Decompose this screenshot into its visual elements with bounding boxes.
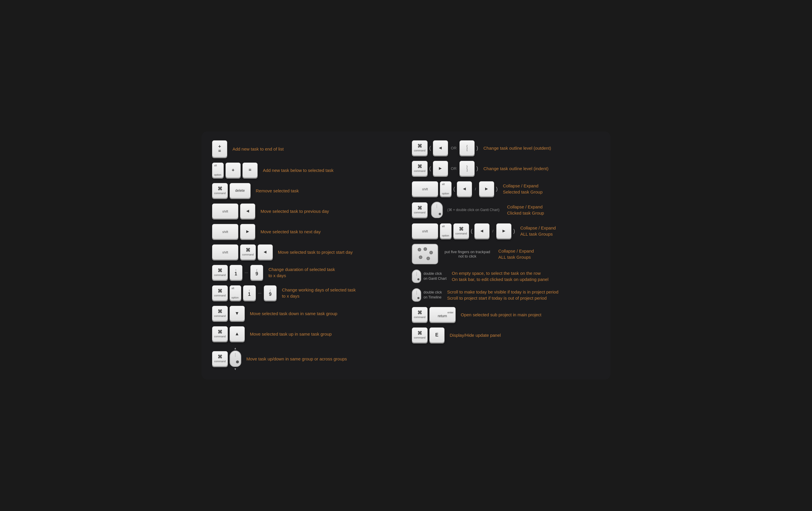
mouse-icon-gantt — [412, 270, 421, 283]
trackpad-extra-text: put five fingers on trackpadnot to click — [444, 250, 490, 259]
key-cmd-collapse-all: ⌘ command — [453, 223, 469, 239]
key-left-arrow-start: ◄ — [258, 244, 273, 260]
extra-text-collapse-click: (⌘ + double click on Gantt Chart) — [447, 208, 499, 212]
key-left-collapse-sel: ◄ — [457, 181, 472, 196]
key-e: E — [429, 327, 444, 343]
keys-move-down: ⌘ command ▼ — [212, 306, 245, 321]
shortcut-dbl-gantt: double clickon Gantt Chart On empty spac… — [412, 270, 600, 283]
desc-outdent: Change task outline level (outdent) — [484, 145, 551, 151]
key-cmd-duration: ⌘ command — [212, 265, 228, 280]
key-shift-collapse-all: shift — [412, 223, 438, 239]
key-9-working: ( 9 — [264, 285, 277, 300]
desc-indent: Change task outline level (indent) — [484, 165, 549, 171]
desc-remove: Remove selected task — [256, 188, 299, 194]
key-right-indent: ► — [433, 161, 448, 176]
shortcut-project-start: shift ⌘ command ◄ Move selected task to … — [212, 244, 400, 260]
desc-move-down: Move selected task down in same task gro… — [250, 311, 337, 317]
keys-collapse-selected: shift alt option ( ◄ / ► ) — [412, 181, 498, 196]
key-9-duration: ( 9 — [250, 265, 263, 280]
keys-remove: ⌘ command delete — [212, 183, 251, 198]
shortcut-collapse-clicked: ⌘ command (⌘ + double click on Gantt Cha… — [412, 202, 600, 218]
desc-open-sub: Open selected sub project in main projec… — [461, 312, 542, 318]
shortcut-mouse-move: ⌘ command ▲ ▼ Move task up/down in same … — [212, 347, 400, 371]
key-plus-equals: + = — [212, 140, 227, 157]
keys-working-days: ⌘ command alt option ! 1 ··· ( 9 — [212, 285, 277, 300]
ellipsis-working: ··· — [258, 291, 262, 295]
key-shift-start: shift — [212, 244, 238, 260]
key-right-arrow-next: ► — [240, 224, 255, 239]
key-shift-collapse-sel: shift — [412, 181, 438, 196]
keys-add-below: alt option + = — [212, 163, 258, 178]
desc-add-below: Add new task below to selected task — [263, 167, 334, 173]
desc-duration: Change duaration of selected taskto x da… — [268, 266, 335, 278]
key-shift-next: shift — [212, 224, 238, 239]
shortcut-collapse-selected: shift alt option ( ◄ / ► ) Collapse / Ex… — [412, 181, 600, 196]
key-down-arrow: ▼ — [230, 306, 245, 321]
left-column: + = Add new task to end of list alt opti… — [212, 140, 400, 371]
keys-mouse-move: ⌘ command ▲ ▼ — [212, 347, 241, 371]
desc-collapse-selected: Collapse / ExpandSelected task Group — [503, 183, 543, 195]
mouse-icon-timeline — [412, 288, 421, 302]
shortcut-duration: ⌘ command ! 1 ··· ( 9 Change duaration o… — [212, 265, 400, 280]
trackpad-icon — [412, 244, 438, 264]
desc-collapse-all: Collapse / ExpandALL task Groups — [520, 225, 556, 237]
mouse-icon-move — [230, 350, 241, 367]
desc-display-hide: Display/Hide update panel — [450, 332, 501, 338]
key-right-collapse-sel: ► — [479, 181, 494, 196]
keys-move-up: ⌘ command ▲ — [212, 326, 245, 342]
key-left-collapse-all: ◄ — [474, 223, 490, 239]
key-enter-return: enter return — [429, 307, 456, 322]
right-column: ⌘ command ( ◄ OR { [ ) Change task outli… — [412, 140, 600, 371]
key-cmd-display: ⌘ command — [412, 327, 428, 343]
shortcut-collapse-all: shift alt option ⌘ command ( ◄ / ► — [412, 223, 600, 239]
shortcut-indent: ⌘ command ( ► OR } ] ) Change task outli… — [412, 161, 600, 176]
key-cmd-remove: ⌘ command — [212, 183, 228, 198]
key-curly-indent: } ] — [460, 161, 475, 176]
keys-open-sub: ⌘ command enter return — [412, 307, 456, 322]
shortcut-outdent: ⌘ command ( ◄ OR { [ ) Change task outli… — [412, 140, 600, 156]
key-cmd-down: ⌘ command — [212, 306, 228, 321]
shortcut-remove: ⌘ command delete Remove selected task — [212, 183, 400, 198]
key-cmd-collapse-click: ⌘ command — [412, 202, 428, 217]
key-1-duration: ! 1 — [230, 265, 242, 280]
key-shift-prev: shift — [212, 204, 238, 219]
key-cmd-working: ⌘ command — [212, 285, 228, 300]
shortcut-add-end: + = Add new task to end of list — [212, 140, 400, 157]
key-alt-working: alt option — [230, 285, 241, 300]
shortcuts-container: + = Add new task to end of list alt opti… — [202, 132, 610, 379]
key-cmd-outdent: ⌘ command — [412, 140, 428, 156]
key-cmd-sub: ⌘ command — [412, 307, 428, 322]
keys-display-hide: ⌘ command E — [412, 327, 444, 343]
desc-mouse-move: Move task up/down in same group or acros… — [246, 356, 347, 362]
keys-collapse-all: shift alt option ⌘ command ( ◄ / ► — [412, 223, 515, 239]
mouse-updown-group: ▲ ▼ — [230, 347, 241, 371]
key-alt-collapse-sel: alt option — [440, 181, 452, 196]
shortcut-move-up: ⌘ command ▲ Move selected task up in sam… — [212, 326, 400, 342]
keys-indent: ⌘ command ( ► OR } ] ) — [412, 161, 478, 176]
key-cmd-start: ⌘ command — [240, 244, 256, 260]
desc-add-end: Add new task to end of list — [232, 146, 284, 152]
desc-next-day: Move selected task to next day — [261, 228, 321, 235]
desc-trackpad: Collapse / ExpandALL task Groups — [498, 248, 534, 260]
desc-dbl-gantt: On empty space, to select the task on th… — [452, 270, 549, 283]
shortcut-dbl-timeline: double clickon Timeline Scroll to make t… — [412, 288, 600, 302]
desc-move-up: Move selected task up in same task group — [250, 331, 332, 337]
desc-prev-day: Move selected task to previous day — [261, 208, 329, 214]
key-plus: + — [226, 163, 241, 178]
shortcut-open-sub: ⌘ command enter return Open selected sub… — [412, 307, 600, 322]
shortcut-working-days: ⌘ command alt option ! 1 ··· ( 9 Change … — [212, 285, 400, 300]
mouse-label-gantt: double clickon Gantt Chart — [424, 271, 446, 281]
key-cmd-indent: ⌘ command — [412, 161, 428, 176]
keys-outdent: ⌘ command ( ◄ OR { [ ) — [412, 140, 478, 156]
desc-project-start: Move selected task to project start day — [278, 249, 353, 255]
key-1-working: ! 1 — [243, 285, 256, 300]
shortcut-trackpad: put five fingers on trackpadnot to click… — [412, 244, 600, 264]
key-cmd-up: ⌘ command — [212, 326, 228, 342]
ellipsis-duration: ··· — [245, 270, 248, 275]
keys-add-end: + = — [212, 140, 227, 157]
key-curly-outdent: { [ — [460, 140, 475, 156]
keys-collapse-clicked: ⌘ command — [412, 202, 443, 218]
mouse-icon-collapse-click — [431, 202, 443, 218]
shortcut-add-below: alt option + = Add new task below to sel… — [212, 163, 400, 178]
key-alt-option: alt option — [212, 163, 224, 178]
